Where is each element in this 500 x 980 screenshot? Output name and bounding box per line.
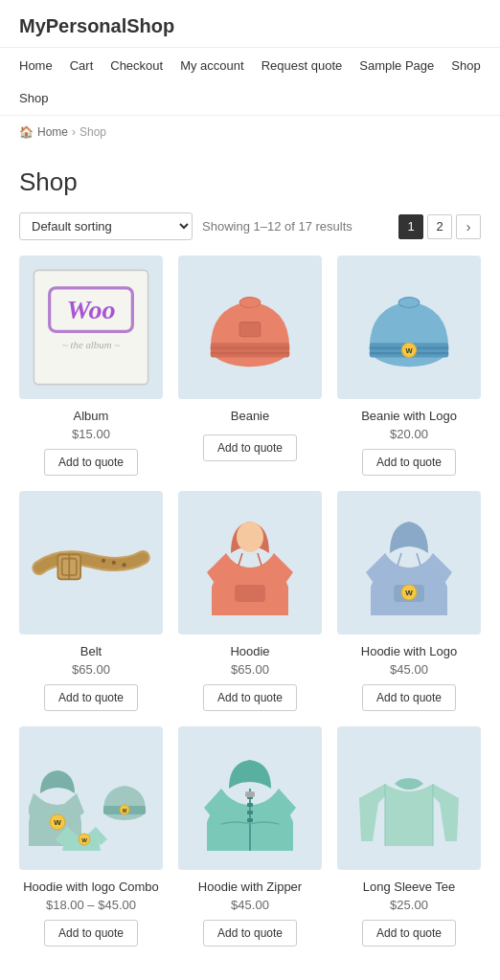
product-image-hoodie-logo: W [337, 491, 481, 635]
hoodie-zipper-illustration [188, 736, 312, 860]
page-title: Shop [19, 167, 481, 197]
svg-point-20 [102, 559, 105, 563]
svg-rect-42 [247, 803, 253, 807]
product-name-hoodie: Hoodie [230, 644, 269, 658]
next-arrow-icon: › [466, 219, 471, 234]
toolbar-left: Default sorting Sort by popularity Sort … [19, 212, 352, 240]
breadcrumb: 🏠 Home › Shop [0, 116, 500, 148]
svg-line-30 [398, 553, 401, 566]
breadcrumb-home[interactable]: Home [37, 125, 68, 139]
page-btn-1[interactable]: 1 [398, 214, 423, 239]
svg-text:W: W [405, 346, 413, 355]
product-card-beanie-logo: W Beanie with Logo $20.00 Add to quote [337, 256, 481, 476]
svg-point-9 [239, 298, 261, 308]
site-title: MyPersonalShop [19, 15, 481, 37]
svg-point-14 [398, 298, 420, 308]
nav-item-samplepage[interactable]: Sample Page [359, 57, 434, 73]
svg-text:W: W [123, 808, 127, 813]
add-to-quote-long-sleeve[interactable]: Add to quote [362, 920, 456, 947]
svg-line-26 [258, 553, 261, 566]
add-to-quote-beanie-logo[interactable]: Add to quote [362, 449, 456, 476]
product-image-belt [19, 491, 163, 635]
home-icon: 🏠 [19, 125, 34, 139]
product-card-album: Woo ~ the album ~ Album $15.00 Add to qu… [19, 256, 163, 476]
svg-rect-6 [211, 347, 289, 349]
page-next-btn[interactable]: › [456, 214, 481, 239]
nav-list: Home Cart Checkout My account Request qu… [19, 57, 481, 105]
product-name-beanie-logo: Beanie with Logo [361, 409, 457, 423]
svg-rect-8 [239, 323, 261, 337]
svg-point-22 [123, 563, 126, 567]
product-image-hoodie-zipper [178, 726, 322, 870]
svg-text:Woo: Woo [66, 295, 115, 324]
add-to-quote-hoodie-combo[interactable]: Add to quote [44, 920, 138, 947]
product-card-belt: Belt $65.00 Add to quote [19, 491, 163, 711]
svg-text:W: W [405, 589, 413, 597]
svg-rect-7 [211, 352, 289, 354]
site-nav: Home Cart Checkout My account Request qu… [0, 48, 500, 116]
result-count: Showing 1–12 of 17 results [202, 219, 352, 234]
product-price-hoodie-zipper: $45.00 [231, 898, 269, 912]
product-name-hoodie-zipper: Hoodie with Zipper [198, 880, 302, 894]
add-to-quote-hoodie[interactable]: Add to quote [203, 684, 297, 711]
product-card-hoodie: Hoodie $65.00 Add to quote [178, 491, 322, 711]
product-name-belt: Belt [80, 644, 102, 658]
nav-item-myaccount[interactable]: My account [180, 57, 243, 73]
nav-item-cart[interactable]: Cart [70, 57, 94, 73]
svg-rect-44 [247, 818, 253, 822]
product-card-hoodie-zipper: Hoodie with Zipper $45.00 Add to quote [178, 726, 322, 947]
product-image-beanie-logo: W [337, 256, 481, 399]
nav-item-checkout[interactable]: Checkout [110, 57, 163, 73]
product-card-beanie: Beanie Add to quote [178, 256, 322, 476]
breadcrumb-separator: › [72, 125, 76, 139]
product-price-long-sleeve: $25.00 [390, 898, 428, 912]
long-sleeve-illustration [347, 736, 471, 860]
svg-rect-45 [245, 791, 255, 797]
page-btn-2[interactable]: 2 [427, 214, 452, 239]
add-to-quote-hoodie-logo[interactable]: Add to quote [362, 684, 456, 711]
hoodie-blue-illustration: W [347, 501, 471, 625]
add-to-quote-belt[interactable]: Add to quote [44, 684, 138, 711]
belt-illustration [29, 501, 153, 625]
product-card-hoodie-combo: W W W Hoodie with logo Combo $18.00 – $4… [19, 726, 163, 947]
add-to-quote-album[interactable]: Add to quote [44, 449, 138, 476]
product-name-hoodie-logo: Hoodie with Logo [361, 644, 457, 658]
svg-text:~ the album ~: ~ the album ~ [62, 339, 120, 350]
album-illustration: Woo ~ the album ~ [29, 265, 153, 390]
shop-toolbar: Default sorting Sort by popularity Sort … [19, 212, 481, 240]
product-price-belt: $65.00 [72, 662, 110, 677]
product-grid: Woo ~ the album ~ Album $15.00 Add to qu… [19, 256, 481, 947]
svg-line-25 [239, 553, 242, 566]
nav-item-shop1[interactable]: Shop [451, 57, 480, 73]
product-price-hoodie: $65.00 [231, 662, 269, 677]
beanie-blue-illustration: W [347, 265, 471, 390]
product-price-beanie-logo: $20.00 [390, 427, 428, 441]
sort-select[interactable]: Default sorting Sort by popularity Sort … [19, 212, 193, 240]
product-name-beanie: Beanie [231, 409, 269, 423]
breadcrumb-current: Shop [80, 125, 106, 139]
product-price-hoodie-logo: $45.00 [390, 662, 428, 677]
add-to-quote-hoodie-zipper[interactable]: Add to quote [203, 920, 297, 947]
product-image-hoodie-combo: W W W [19, 726, 163, 870]
svg-rect-5 [211, 343, 289, 357]
product-image-beanie [178, 256, 322, 399]
nav-item-shop2[interactable]: Shop [19, 90, 48, 105]
svg-line-31 [417, 553, 420, 566]
svg-text:W: W [81, 837, 87, 843]
main-content: Shop Default sorting Sort by popularity … [0, 148, 500, 975]
product-name-hoodie-combo: Hoodie with logo Combo [23, 880, 159, 894]
product-card-long-sleeve: Long Sleeve Tee $25.00 Add to quote [337, 726, 481, 947]
beanie-salmon-illustration [188, 265, 312, 390]
nav-item-home[interactable]: Home [19, 57, 53, 73]
svg-point-21 [112, 561, 116, 565]
product-name-album: Album [74, 409, 109, 423]
site-header: MyPersonalShop [0, 0, 500, 48]
nav-item-requestquote[interactable]: Request quote [261, 57, 343, 73]
product-name-long-sleeve: Long Sleeve Tee [363, 880, 456, 894]
product-price-hoodie-combo: $18.00 – $45.00 [46, 898, 136, 912]
svg-point-24 [237, 522, 263, 552]
pagination: 1 2 › [398, 214, 481, 239]
svg-rect-43 [247, 811, 253, 814]
add-to-quote-beanie[interactable]: Add to quote [203, 434, 297, 461]
hoodie-combo-illustration: W W W [29, 736, 153, 860]
